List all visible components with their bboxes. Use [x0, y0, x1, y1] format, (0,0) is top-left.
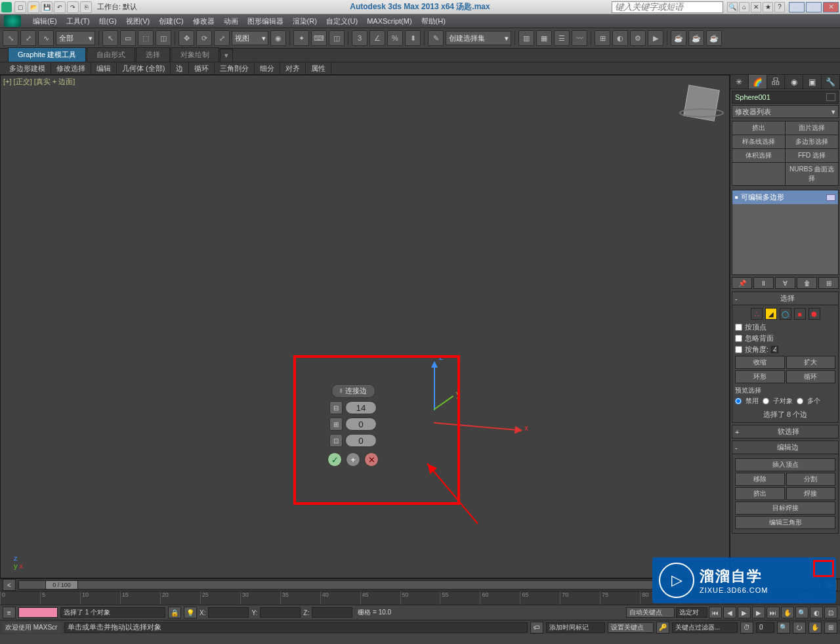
search-icon[interactable]: 🔍	[727, 2, 738, 12]
selection-filter-dropdown[interactable]: 全部	[56, 31, 95, 45]
modify-tab-icon[interactable]: 🌈	[749, 75, 767, 89]
connect-edges-caddy[interactable]: 连接边 ⊟ ⊞ ⊡ ✓ + ✕	[327, 384, 379, 467]
color-swatch[interactable]	[826, 93, 835, 101]
setkey-button[interactable]: 设置关键点	[608, 622, 654, 633]
rsub-edit[interactable]: 编辑	[91, 62, 117, 75]
menu-edit[interactable]: 编辑(E)	[33, 16, 57, 26]
workspace-label[interactable]: 工作台: 默认	[97, 2, 137, 12]
utilities-tab-icon[interactable]: 🔧	[822, 75, 840, 89]
ribbon-tab-freeform[interactable]: 自由形式	[87, 47, 135, 62]
rollout-selection-header[interactable]: 选择	[732, 291, 839, 305]
align-icon[interactable]: ▦	[536, 30, 552, 46]
viewcube-ring[interactable]	[679, 108, 724, 118]
remove-mod-icon[interactable]: 🗑	[797, 277, 817, 289]
mod-btn-splinesel[interactable]: 样条线选择	[732, 135, 785, 148]
teapot2-icon[interactable]: ☕	[688, 30, 704, 46]
mod-btn-polysel[interactable]: 多边形选择	[786, 135, 838, 148]
mod-btn-patchsel[interactable]: 面片选择	[786, 121, 838, 135]
ignore-back-checkbox[interactable]	[735, 335, 742, 342]
rsub-modsel[interactable]: 修改选择	[51, 62, 91, 75]
open-icon[interactable]: 📂	[28, 1, 39, 13]
zoom-icon[interactable]: 🔍	[795, 607, 808, 618]
angle-snap-icon[interactable]: ∠	[369, 30, 385, 46]
bind-icon[interactable]: ∿	[38, 30, 54, 46]
scale-icon[interactable]: ⤢	[214, 30, 230, 46]
help-search-input[interactable]	[612, 1, 723, 13]
remove-button[interactable]: 移除	[735, 473, 785, 486]
autokey-button[interactable]: 自动关键点	[626, 607, 675, 618]
rollout-softsel-header[interactable]: 软选择	[732, 425, 839, 439]
edit-named-icon[interactable]: ✎	[428, 30, 444, 46]
mod-btn-nurbssel[interactable]: NURBS 曲面选择	[786, 163, 838, 185]
ribbon-minimize-icon[interactable]: ▾	[220, 49, 233, 62]
teapot1-icon[interactable]: ☕	[671, 30, 686, 46]
play-icon[interactable]: ▶	[738, 607, 751, 618]
unlink-icon[interactable]: ⤢	[20, 30, 36, 46]
ring-button[interactable]: 环形	[735, 370, 785, 383]
weld-button[interactable]: 焊接	[786, 487, 836, 500]
next-frame-icon[interactable]: ▶	[752, 607, 765, 618]
schematic-icon[interactable]: ⊞	[595, 30, 610, 46]
rollout-editedge-header[interactable]: 编辑边	[732, 440, 839, 454]
link-icon[interactable]: ⎘	[80, 1, 92, 13]
hierarchy-tab-icon[interactable]: 品	[767, 75, 786, 89]
rsub-edge[interactable]: 边	[171, 62, 189, 75]
minimize-button[interactable]: —	[789, 2, 805, 12]
prev-frame-icon[interactable]: ◀	[723, 607, 736, 618]
modifier-stack[interactable]: 可编辑多边形	[732, 190, 839, 275]
pivot-icon[interactable]: ◉	[270, 30, 286, 46]
fov-icon[interactable]: ◐	[810, 607, 823, 618]
move-icon[interactable]: ✥	[178, 30, 194, 46]
polygon-level-icon[interactable]: ■	[794, 308, 806, 320]
caddy-apply-button[interactable]: +	[346, 452, 360, 467]
insert-vertex-button[interactable]: 插入顶点	[735, 458, 835, 471]
save-icon[interactable]: 💾	[41, 1, 52, 13]
current-frame-field[interactable]: 0	[756, 622, 774, 633]
keyboard-icon[interactable]: ⌨	[311, 30, 327, 46]
rotate-icon[interactable]: ⟳	[196, 30, 212, 46]
goto-end-icon[interactable]: ⏭	[766, 607, 780, 618]
redo-icon[interactable]: ↷	[67, 1, 79, 13]
loop-button[interactable]: 循环	[786, 370, 836, 383]
subscription-icon[interactable]: ⌂	[739, 2, 749, 12]
rsub-subdiv[interactable]: 细分	[255, 62, 280, 75]
edit-tri-button[interactable]: 编辑三角形	[735, 516, 835, 529]
segments-icon[interactable]: ⊟	[329, 401, 343, 414]
menu-view[interactable]: 视图(V)	[126, 16, 150, 26]
lock-icon[interactable]: 🔒	[168, 607, 181, 618]
mod-btn-ffdsel[interactable]: FFD 选择	[786, 149, 838, 162]
select-icon[interactable]: ↖	[102, 30, 118, 46]
shrink-button[interactable]: 收缩	[735, 356, 785, 369]
z-coord-field[interactable]	[312, 607, 352, 618]
rsub-props[interactable]: 属性	[306, 62, 331, 75]
timetag-icon[interactable]: 🏷	[530, 622, 543, 633]
curve-editor-icon[interactable]: 〰	[572, 30, 587, 46]
menu-create[interactable]: 创建(C)	[159, 16, 183, 26]
preview-sub-radio[interactable]	[763, 398, 769, 404]
menu-tools[interactable]: 工具(T)	[66, 16, 90, 26]
vertex-level-icon[interactable]: ∴	[751, 308, 763, 320]
by-angle-checkbox[interactable]	[735, 346, 742, 353]
ribbon-tab-paint[interactable]: 对象绘制	[171, 47, 219, 62]
spinner-snap-icon[interactable]: ⬍	[405, 30, 421, 46]
display-tab-icon[interactable]: ▣	[803, 75, 822, 89]
unique-icon[interactable]: ∀	[775, 277, 795, 289]
mod-btn-empty[interactable]	[732, 163, 785, 185]
link-icon[interactable]: ⤡	[3, 30, 18, 46]
y-coord-field[interactable]	[260, 607, 301, 618]
render-frame-icon[interactable]: ▶	[648, 30, 663, 46]
teapot3-icon[interactable]: ☕	[706, 30, 722, 46]
named-selection-dropdown[interactable]: 创建选择集	[446, 31, 511, 45]
menu-grapheditors[interactable]: 图形编辑器	[247, 16, 284, 26]
pinch-input[interactable]	[345, 418, 377, 431]
create-tab-icon[interactable]: ✳	[730, 75, 749, 89]
segments-input[interactable]	[345, 401, 377, 414]
object-name-field[interactable]: Sphere001	[732, 91, 839, 104]
timeslider-prev-icon[interactable]: <	[3, 579, 16, 591]
addtag-label[interactable]: 添加时间标记	[546, 622, 605, 633]
grow-button[interactable]: 扩大	[786, 356, 836, 369]
nav-max-icon[interactable]: ⊞	[824, 622, 837, 633]
preview-multi-radio[interactable]	[797, 398, 803, 404]
select-name-icon[interactable]: ▭	[120, 30, 136, 46]
keymode-icon[interactable]: 🔑	[656, 622, 669, 633]
